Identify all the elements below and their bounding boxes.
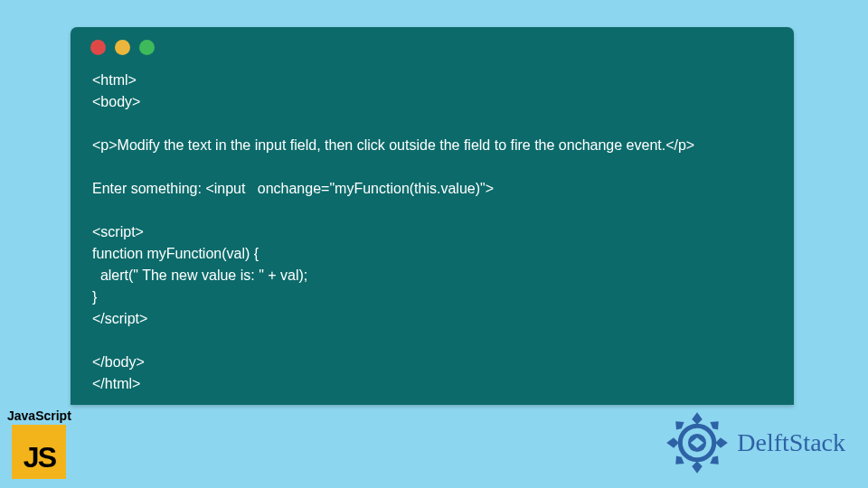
javascript-badge: JavaScript JS [7, 408, 71, 479]
javascript-logo-icon: JS [12, 425, 66, 479]
maximize-dot-icon [139, 40, 155, 55]
svg-marker-4 [675, 421, 684, 429]
delftstack-brand: DelftStack [665, 410, 845, 475]
svg-marker-1 [692, 461, 703, 474]
window-controls [71, 27, 794, 55]
code-content: <html> <body> <p>Modify the text in the … [71, 55, 794, 409]
close-dot-icon [90, 40, 106, 55]
delftstack-logo-icon [665, 410, 730, 475]
svg-marker-7 [711, 455, 719, 464]
minimize-dot-icon [115, 40, 130, 55]
svg-marker-6 [675, 455, 684, 464]
svg-marker-0 [692, 412, 703, 425]
svg-marker-3 [715, 437, 728, 448]
delftstack-name: DelftStack [737, 428, 845, 457]
javascript-label: JavaScript [7, 408, 71, 423]
svg-marker-2 [666, 437, 679, 448]
javascript-logo-text: JS [24, 441, 55, 474]
code-window: <html> <body> <p>Modify the text in the … [71, 27, 794, 405]
svg-marker-5 [711, 421, 719, 429]
